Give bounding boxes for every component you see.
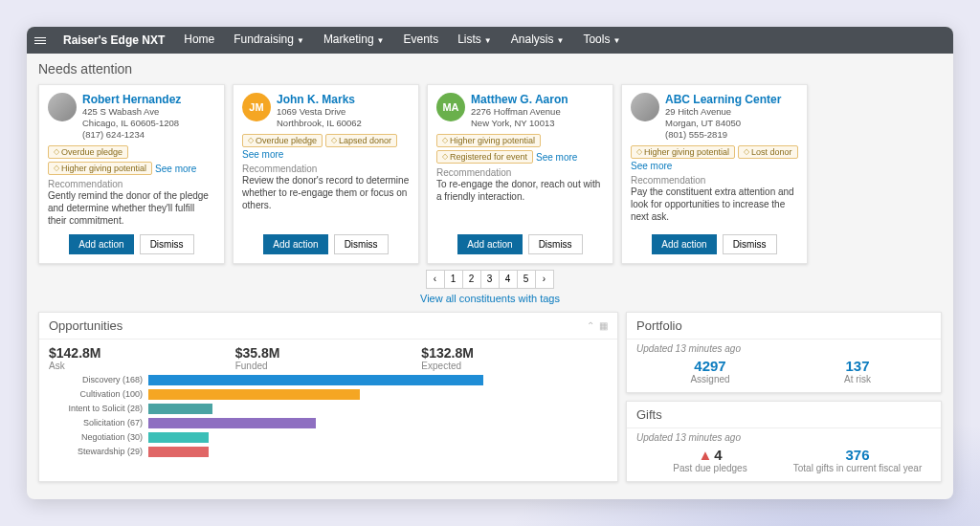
nav-marketing[interactable]: Marketing▼ <box>314 27 394 55</box>
menu-icon[interactable] <box>27 37 54 44</box>
tag[interactable]: Higher giving potential <box>631 145 735 159</box>
recommendation-text: Review the donor's record to determine w… <box>242 174 410 211</box>
avatar-initials: MA <box>436 93 465 121</box>
constituent-card: JM John K. Marks 1069 Vesta DriveNorthbr… <box>233 84 419 264</box>
constituent-address: 2276 Hoffman AvenueNew York, NY 10013 <box>471 106 568 129</box>
tag[interactable]: Higher giving potential <box>48 162 152 175</box>
opp-stat-label: Ask <box>49 361 235 371</box>
tag[interactable]: Lost donor <box>738 145 798 159</box>
add-action-button[interactable]: Add action <box>457 234 522 254</box>
chart-bar[interactable] <box>148 447 209 457</box>
see-more-link[interactable]: See more <box>631 161 798 171</box>
dismiss-button[interactable]: Dismiss <box>723 234 777 254</box>
chevron-up-icon[interactable]: ⌃ <box>587 320 594 331</box>
dismiss-button[interactable]: Dismiss <box>334 234 389 254</box>
see-more-link[interactable]: See more <box>155 164 196 175</box>
constituent-address: 1069 Vesta DriveNorthbrook, IL 60062 <box>277 106 362 129</box>
chart-row-label: Stewardship (29) <box>49 447 143 456</box>
pager-item[interactable]: 3 <box>480 270 500 289</box>
nav-fundraising[interactable]: Fundraising▼ <box>224 27 314 55</box>
see-more-link[interactable]: See more <box>242 149 410 160</box>
chart-bar[interactable] <box>148 389 360 400</box>
constituent-card: Robert Hernandez 425 S Wabash AveChicago… <box>38 84 225 264</box>
constituent-name[interactable]: ABC Learning Center <box>665 93 781 106</box>
add-action-button[interactable]: Add action <box>652 234 716 254</box>
nav-tools[interactable]: Tools▼ <box>573 27 630 55</box>
chart-row-label: Negotiation (30) <box>49 432 143 442</box>
nav-events[interactable]: Events <box>393 27 448 55</box>
recommendation-label: Recommendation <box>631 175 798 186</box>
opportunities-panel: Opportunities ⌃ ▦ $142.8MAsk$35.8MFunded… <box>38 312 618 482</box>
constituent-address: 425 S Wabash AveChicago, IL 60605-1208(8… <box>82 106 181 141</box>
top-navbar: Raiser's Edge NXT HomeFundraising▼Market… <box>27 27 953 54</box>
tag[interactable]: Lapsed donor <box>325 134 397 147</box>
nav-analysis[interactable]: Analysis▼ <box>501 27 574 55</box>
pager-item[interactable]: ‹ <box>426 270 445 289</box>
portfolio-heading: Portfolio <box>636 318 682 333</box>
gifts-panel: Gifts Updated 13 minutes ago ▲4Past due … <box>626 401 942 482</box>
avatar-image <box>631 93 659 121</box>
chart-bar[interactable] <box>148 404 212 414</box>
pager-item[interactable]: › <box>535 270 554 289</box>
recommendation-label: Recommendation <box>48 179 215 189</box>
pager-item[interactable]: 4 <box>499 270 518 289</box>
chart-row-label: Intent to Solicit (28) <box>49 404 143 413</box>
constituent-address: 29 Hitch AvenueMorgan, UT 84050(801) 555… <box>665 106 781 141</box>
see-more-link[interactable]: See more <box>536 152 577 164</box>
gifts-updated: Updated 13 minutes ago <box>627 428 941 443</box>
pager-item[interactable]: 5 <box>517 270 536 289</box>
constituent-name[interactable]: Robert Hernandez <box>82 93 181 106</box>
needs-attention-heading: Needs attention <box>27 54 953 84</box>
chart-row-label: Discovery (168) <box>49 375 143 384</box>
portfolio-updated: Updated 13 minutes ago <box>627 340 941 354</box>
tag[interactable]: Overdue pledge <box>48 145 128 159</box>
portfolio-atrisk-value[interactable]: 137 <box>784 358 931 374</box>
view-all-link[interactable]: View all constituents with tags <box>27 293 953 304</box>
chart-row-label: Cultivation (100) <box>49 389 143 399</box>
chart-bar[interactable] <box>148 418 316 428</box>
nav-home[interactable]: Home <box>174 27 224 55</box>
opp-stat-value: $132.8M <box>421 345 608 361</box>
gifts-heading: Gifts <box>636 407 662 422</box>
opp-stat-value: $35.8M <box>235 345 422 361</box>
gifts-total-value[interactable]: 376 <box>784 447 931 463</box>
brand-name: Raiser's Edge NXT <box>54 33 174 47</box>
avatar-initials: JM <box>242 93 271 121</box>
add-action-button[interactable]: Add action <box>263 234 327 254</box>
constituent-card: ABC Learning Center 29 Hitch AvenueMorga… <box>621 84 808 264</box>
chart-row-label: Solicitation (67) <box>49 418 143 427</box>
recommendation-label: Recommendation <box>436 167 604 178</box>
gifts-pastdue-value[interactable]: ▲4 <box>636 447 784 463</box>
avatar-image <box>48 93 77 121</box>
recommendation-label: Recommendation <box>242 164 410 174</box>
opp-stat-value: $142.8M <box>49 345 235 361</box>
recommendation-text: To re-engage the donor, reach out with a… <box>436 178 604 203</box>
dismiss-button[interactable]: Dismiss <box>528 234 583 254</box>
opp-stat-label: Funded <box>235 361 422 371</box>
portfolio-assigned-value[interactable]: 4297 <box>636 358 784 374</box>
nav-lists[interactable]: Lists▼ <box>448 27 501 55</box>
constituent-name[interactable]: Matthew G. Aaron <box>471 93 568 106</box>
chart-bar[interactable] <box>148 375 483 385</box>
dismiss-button[interactable]: Dismiss <box>140 234 194 254</box>
constituent-name[interactable]: John K. Marks <box>277 93 362 106</box>
pager-item[interactable]: 1 <box>444 270 463 289</box>
constituent-card: MA Matthew G. Aaron 2276 Hoffman AvenueN… <box>427 84 613 264</box>
add-action-button[interactable]: Add action <box>69 234 133 254</box>
tag[interactable]: Overdue pledge <box>242 134 323 147</box>
opportunities-heading: Opportunities <box>49 318 122 333</box>
tag[interactable]: Higher giving potential <box>436 134 541 147</box>
pager: ‹12345› <box>27 270 953 289</box>
recommendation-text: Gently remind the donor of the pledge an… <box>48 189 215 227</box>
chart-bar[interactable] <box>148 432 209 443</box>
warning-icon: ▲ <box>698 447 712 463</box>
opp-stat-label: Expected <box>421 361 608 371</box>
grid-view-icon[interactable]: ▦ <box>599 320 608 331</box>
portfolio-panel: Portfolio Updated 13 minutes ago 4297Ass… <box>626 312 942 393</box>
recommendation-text: Pay the constituent extra attention and … <box>631 186 798 223</box>
tag[interactable]: Registered for event <box>436 150 533 164</box>
pager-item[interactable]: 2 <box>462 270 481 289</box>
